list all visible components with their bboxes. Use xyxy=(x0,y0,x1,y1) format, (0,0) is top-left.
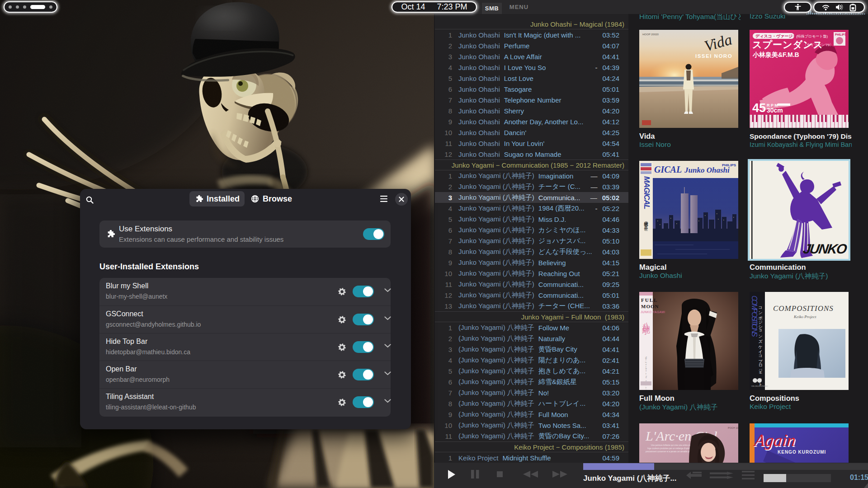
svg-text:Keiko Project: Keiko Project xyxy=(793,314,816,319)
svg-text:MAGICAL: MAGICAL xyxy=(642,176,651,209)
svg-text:HOOP 20020: HOOP 20020 xyxy=(642,33,659,36)
svg-text:VIH-28022 STEREO: VIH-28022 STEREO xyxy=(751,385,768,387)
svg-text:GICAL: GICAL xyxy=(654,164,682,174)
svg-text:FULL: FULL xyxy=(641,297,658,303)
svg-text:小林泉美&F.M.B: 小林泉美&F.M.B xyxy=(752,51,799,58)
svg-text:〈タイフーン'79〉: 〈タイフーン'79〉 xyxy=(803,43,833,47)
svg-text:COMPOSITIONS: COMPOSITIONS xyxy=(750,296,758,337)
svg-text:コンポジションズ: コンポジションズ xyxy=(758,304,763,343)
svg-text:JUNKO: JUNKO xyxy=(802,241,848,256)
svg-text:45: 45 xyxy=(752,101,766,115)
svg-text:COMPOSITIONS: COMPOSITIONS xyxy=(773,304,834,313)
svg-text:JUNKO YAGAMI: JUNKO YAGAMI xyxy=(641,310,665,314)
svg-text:KENGO KUROZUMI: KENGO KUROZUMI xyxy=(778,450,826,455)
svg-text:PHILIPS: PHILIPS xyxy=(722,163,736,167)
svg-text:POCH 1069: POCH 1069 xyxy=(728,427,738,429)
svg-text:MOON: MOON xyxy=(641,304,659,309)
svg-text:ISSEI NORO: ISSEI NORO xyxy=(695,53,732,59)
svg-text:ディスコ・ヴァージョン: ディスコ・ヴァージョン xyxy=(755,34,801,38)
svg-text:PHILIPS: PHILIPS xyxy=(835,33,847,36)
svg-text:Again: Again xyxy=(752,431,797,450)
svg-text:30cm: 30cm xyxy=(767,107,783,114)
svg-text:(特殊プロモート盤): (特殊プロモート盤) xyxy=(796,34,828,38)
